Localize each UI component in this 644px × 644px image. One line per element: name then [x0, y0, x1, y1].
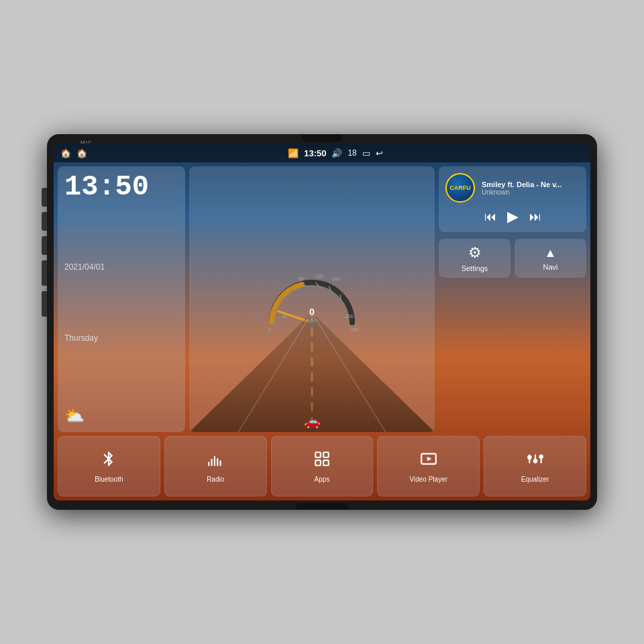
wifi-icon: 📶 — [288, 148, 299, 158]
car-head-unit: MIC RST 🏠 🏠 📶 13:50 🔊 18 ▭ ↩ — [47, 134, 597, 510]
svg-rect-23 — [211, 459, 213, 466]
settings-icon: ⚙ — [468, 244, 482, 262]
apps-button[interactable]: Apps — [271, 436, 374, 496]
svg-rect-22 — [208, 462, 209, 466]
gauge-container: 0 40 80 120 160 200 240 0 km/h — [189, 166, 435, 432]
main-content: 13:50 2021/04/01 Thursday ⛅ — [54, 162, 590, 500]
music-controls: ⏮ ▶ ⏭ — [445, 208, 580, 225]
bottom-connector — [295, 503, 349, 510]
svg-rect-26 — [220, 460, 221, 466]
play-button[interactable]: ▶ — [507, 208, 519, 225]
music-logo-text: CARFU — [449, 184, 471, 191]
svg-text:40: 40 — [282, 314, 287, 319]
svg-text:160: 160 — [332, 276, 340, 281]
apps-label: Apps — [315, 476, 330, 483]
navi-widget[interactable]: ▲ Navi — [515, 239, 586, 278]
clock-widget: 13:50 2021/04/01 Thursday ⛅ — [58, 166, 185, 432]
home-button[interactable] — [42, 212, 47, 231]
bluetooth-label: Bluetooth — [95, 476, 123, 483]
home-icon[interactable]: 🏠 — [60, 148, 71, 158]
navi-icon: ▲ — [545, 246, 557, 260]
settings-label: Settings — [462, 264, 488, 272]
navi-label: Navi — [543, 263, 557, 271]
volume-up-button[interactable] — [42, 260, 47, 286]
equalizer-button[interactable]: Equalizer — [484, 436, 586, 496]
svg-text:120: 120 — [315, 274, 323, 278]
side-buttons — [42, 188, 47, 317]
window-icon: ▭ — [362, 148, 370, 158]
bluetooth-icon — [100, 450, 117, 472]
svg-rect-30 — [323, 460, 329, 466]
clock-day: Thursday — [64, 333, 178, 343]
svg-rect-27 — [315, 452, 321, 458]
radio-icon — [207, 450, 224, 472]
svg-text:km/h: km/h — [307, 318, 317, 323]
svg-text:80: 80 — [299, 276, 304, 281]
status-center: 📶 13:50 🔊 18 ▭ ↩ — [288, 148, 383, 158]
prev-button[interactable]: ⏮ — [484, 210, 496, 224]
weather-icon: ⛅ — [64, 407, 178, 425]
status-bar: 🏠 🏠 📶 13:50 🔊 18 ▭ ↩ — [54, 144, 590, 162]
settings-widget[interactable]: ⚙ Settings — [439, 239, 511, 278]
volume-down-button[interactable] — [42, 291, 47, 317]
volume-icon: 🔊 — [331, 148, 342, 158]
music-artist: Unknown — [482, 189, 580, 196]
svg-point-38 — [539, 454, 543, 459]
music-top: CARFU Smiley ft. Delia - Ne v... Unknown — [445, 173, 580, 203]
svg-rect-25 — [217, 458, 218, 466]
music-title: Smiley ft. Delia - Ne v... — [482, 180, 580, 189]
radio-label: Radio — [207, 476, 224, 483]
speedometer-widget: 0 40 80 120 160 200 240 0 km/h — [189, 166, 435, 432]
status-left: 🏠 🏠 — [60, 148, 87, 158]
settings-navi-row: ⚙ Settings ▲ Navi — [439, 239, 586, 278]
radio-button[interactable]: Radio — [164, 436, 267, 496]
svg-point-36 — [533, 459, 537, 464]
music-logo: CARFU — [445, 173, 475, 203]
power-button[interactable] — [42, 188, 47, 207]
screen: 🏠 🏠 📶 13:50 🔊 18 ▭ ↩ 13:50 2021/04/01 — [54, 144, 590, 500]
equalizer-icon — [527, 450, 544, 472]
top-row: 13:50 2021/04/01 Thursday ⛅ — [58, 166, 586, 432]
video-icon — [420, 450, 437, 472]
clock-date: 2021/04/01 — [64, 262, 178, 272]
right-column: CARFU Smiley ft. Delia - Ne v... Unknown… — [439, 166, 586, 432]
next-button[interactable]: ⏭ — [529, 210, 541, 224]
top-connector — [302, 134, 342, 142]
clock-time: 13:50 — [64, 173, 178, 201]
svg-marker-32 — [427, 456, 432, 461]
gauge-svg: 0 40 80 120 160 200 240 0 km/h — [262, 266, 362, 333]
car-icon: 🚗 — [304, 413, 321, 429]
equalizer-label: Equalizer — [521, 476, 549, 483]
svg-text:240: 240 — [351, 327, 359, 332]
video-player-label: Video Player — [410, 476, 448, 483]
music-widget[interactable]: CARFU Smiley ft. Delia - Ne v... Unknown… — [439, 166, 586, 232]
speed-value: 0 — [309, 307, 315, 317]
status-time: 13:50 — [304, 148, 326, 158]
back-button[interactable] — [42, 236, 47, 255]
back-nav-icon[interactable]: ↩ — [376, 148, 383, 158]
svg-rect-24 — [214, 455, 215, 466]
bottom-apps-row: Bluetooth Radio — [58, 436, 586, 496]
svg-rect-28 — [323, 452, 329, 458]
svg-point-34 — [527, 455, 532, 460]
svg-rect-29 — [315, 460, 321, 466]
svg-text:200: 200 — [345, 314, 354, 319]
battery-level: 18 — [347, 148, 356, 158]
apps-icon[interactable]: 🏠 — [76, 148, 87, 158]
apps-grid-icon — [313, 450, 331, 472]
video-player-button[interactable]: Video Player — [377, 436, 480, 496]
music-info: Smiley ft. Delia - Ne v... Unknown — [482, 180, 580, 196]
bluetooth-button[interactable]: Bluetooth — [58, 436, 160, 496]
svg-text:0: 0 — [268, 327, 271, 332]
